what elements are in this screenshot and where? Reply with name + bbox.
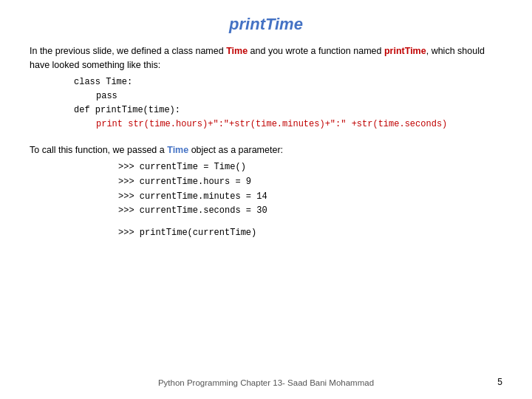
footer: Python Programming Chapter 13- Saad Bani… xyxy=(0,378,532,387)
time-word-2: Time xyxy=(167,145,188,155)
page-number: 5 xyxy=(497,377,502,387)
repl-block-2: >>> printTime(currentTime) xyxy=(118,226,502,241)
call-after: object as a parameter: xyxy=(188,145,283,155)
repl-line-4: >>> currentTime.seconds = 30 xyxy=(118,204,502,219)
intro-paragraph: In the previous slide, we defined a clas… xyxy=(30,44,502,72)
repl-line-3: >>> currentTime.minutes = 14 xyxy=(118,190,502,205)
call-before: To call this function, we passed a xyxy=(30,145,167,155)
intro-before: In the previous slide, we defined a clas… xyxy=(30,46,226,56)
printtime-word: printTime xyxy=(384,46,426,56)
repl-line-1: >>> currentTime = Time() xyxy=(118,160,502,175)
code-pass-line: pass xyxy=(96,89,502,103)
slide-title: printTime xyxy=(30,15,502,34)
code-block: class Time: pass def printTime(time): pr… xyxy=(74,75,502,132)
code-print-line: print str(time.hours)+":"+str(time.minut… xyxy=(96,117,502,132)
slide-container: printTime In the previous slide, we defi… xyxy=(0,0,532,399)
call-paragraph: To call this function, we passed a Time … xyxy=(30,143,502,157)
intro-after: and you wrote a function named xyxy=(248,46,381,56)
repl-line-2: >>> currentTime.hours = 9 xyxy=(118,175,502,190)
repl-block: >>> currentTime = Time() >>> currentTime… xyxy=(118,160,502,219)
code-def-line: def printTime(time): xyxy=(74,103,502,117)
code-class-line: class Time: xyxy=(74,75,502,89)
title-text: printTime xyxy=(229,15,303,33)
repl-line-5: >>> printTime(currentTime) xyxy=(118,226,502,241)
time-word-1: Time xyxy=(226,46,248,56)
footer-text: Python Programming Chapter 13- Saad Bani… xyxy=(158,378,374,387)
